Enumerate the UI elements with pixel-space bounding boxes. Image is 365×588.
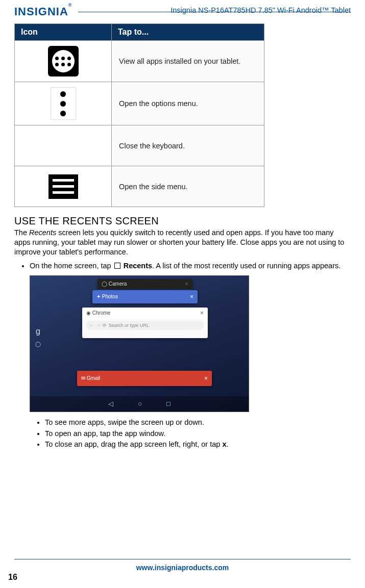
table-row: View all apps installed on your tablet. — [15, 41, 264, 82]
col-icon-header: Icon — [15, 24, 112, 41]
table-row: Close the keyboard. — [15, 125, 264, 166]
recents-screenshot: g ◯ ◯ Camera× ✦ Photos× ◉ Chrome× ←→⟳Sea… — [30, 275, 249, 412]
list-item: To open an app, tap the app window. — [45, 428, 351, 440]
product-title: Insignia NS-P16AT785HD 7.85" Wi-Fi Andro… — [171, 6, 351, 14]
recents-square-icon — [114, 263, 120, 269]
side-menu-icon — [48, 174, 78, 199]
brand-logo: INSIGNIA® — [14, 5, 76, 18]
icon-reference-table: Icon Tap to... View all apps installed o… — [14, 23, 264, 207]
footer-rule — [14, 559, 351, 559]
recents-card-gmail: ✉ Gmail× — [77, 371, 212, 386]
section-heading: USE THE RECENTS SCREEN — [14, 215, 351, 227]
list-item: On the home screen, tap Recents. A list … — [30, 261, 351, 271]
section-intro: The Recents screen lets you quickly swit… — [14, 228, 351, 257]
home-icon: ○ — [138, 400, 142, 407]
android-navbar: ◁ ○ □ — [30, 396, 249, 412]
list-item: To close an app, drag the app screen lef… — [45, 439, 351, 450]
table-row: Open the side menu. — [15, 166, 264, 207]
recents-card-camera: ◯ Camera× — [98, 279, 192, 290]
list-item: To see more apps, swipe the screen up or… — [45, 417, 351, 428]
col-tap-header: Tap to... — [112, 24, 264, 41]
recents-card-chrome: ◉ Chrome× ←→⟳Search or type URL — [82, 308, 208, 338]
options-menu-icon — [51, 87, 76, 120]
table-row: Open the options menu. — [15, 82, 264, 125]
row-desc: Open the options menu. — [112, 82, 264, 125]
google-sidebar-icon: g ◯ — [35, 327, 41, 347]
row-desc: View all apps installed on your tablet. — [112, 41, 264, 82]
footer-url: www.insigniaproducts.com — [0, 564, 365, 572]
back-icon: ◁ — [108, 400, 113, 407]
sub-instruction-list: To see more apps, swipe the screen up or… — [45, 417, 351, 450]
recents-icon: □ — [166, 400, 171, 407]
apps-icon — [48, 46, 79, 76]
row-desc: Open the side menu. — [112, 166, 264, 207]
instruction-list: On the home screen, tap Recents. A list … — [30, 261, 351, 271]
recents-card-photos: ✦ Photos× — [92, 290, 198, 303]
page-number: 16 — [8, 573, 17, 582]
row-desc: Close the keyboard. — [112, 125, 264, 166]
